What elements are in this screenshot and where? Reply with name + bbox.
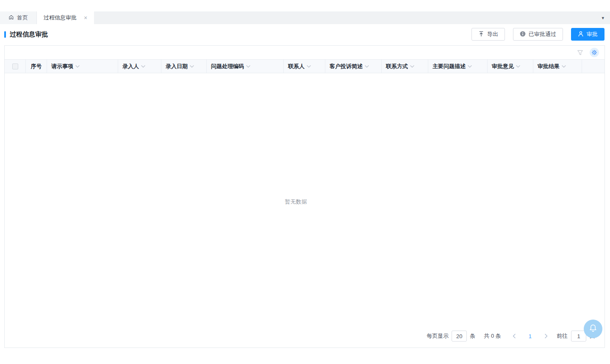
chevron-down-icon [246, 65, 250, 68]
column-label: 问题处理编码 [211, 63, 244, 70]
column-label: 录入日期 [166, 63, 188, 70]
column-label: 主要问题描述 [433, 63, 466, 70]
approved-passed-button[interactable]: 已审批通过 [513, 28, 563, 41]
home-icon [8, 14, 14, 21]
per-page-unit: 条 [470, 332, 475, 340]
chevron-down-icon [190, 65, 194, 68]
column-header-approval-result[interactable]: 审批结果 [533, 60, 582, 73]
column-label: 联系方式 [386, 63, 408, 70]
page-title: 过程信息审批 [4, 30, 48, 39]
next-page-icon[interactable] [544, 334, 548, 339]
column-header-contact[interactable]: 联系人 [284, 60, 325, 73]
settings-gear-icon[interactable] [590, 48, 599, 57]
table-body: 暂无数据 [5, 73, 604, 347]
table-toolbar [5, 46, 604, 59]
column-header-main-issue[interactable]: 主要问题描述 [428, 60, 488, 73]
column-label: 请示事项 [51, 63, 73, 70]
approve-label: 审批 [587, 30, 598, 38]
column-label: 审批意见 [492, 63, 514, 70]
column-header-entered-by[interactable]: 录入人 [118, 60, 161, 73]
column-label: 录入人 [122, 63, 139, 70]
chevron-down-icon [562, 65, 566, 68]
column-header-issue-code[interactable]: 问题处理编码 [207, 60, 284, 73]
column-header-entry-date[interactable]: 录入日期 [161, 60, 207, 73]
notification-bell-button[interactable] [584, 320, 602, 338]
page-title-text: 过程信息审批 [10, 30, 48, 39]
tab-home[interactable]: 首页 [0, 11, 37, 24]
column-label: 客户投诉简述 [330, 63, 363, 70]
page-number-1[interactable]: 1 [529, 333, 532, 339]
approve-button[interactable]: 审批 [571, 28, 604, 41]
tab-active-label: 过程信息审批 [44, 14, 77, 22]
tab-process-approval[interactable]: 过程信息审批 × [37, 11, 94, 24]
app-window: 首页 过程信息审批 × ▾ 过程信息审批 导出 [0, 0, 610, 364]
column-label: 联系人 [288, 63, 305, 70]
per-page-input[interactable] [452, 331, 467, 342]
column-header-approval-opinion[interactable]: 审批意见 [488, 60, 533, 73]
export-label: 导出 [487, 30, 498, 38]
prev-page-icon[interactable] [512, 334, 516, 339]
bell-icon [588, 323, 598, 335]
action-buttons: 导出 已审批通过 审批 [471, 28, 604, 41]
chevron-down-icon [365, 65, 369, 68]
close-icon[interactable]: × [84, 15, 87, 21]
chevron-down-icon [141, 65, 145, 68]
upload-icon [478, 31, 484, 38]
column-header-complaint-summary[interactable]: 客户投诉简述 [325, 60, 382, 73]
pagination: 每页显示 条 共 0 条 1 前往 页 [427, 330, 595, 342]
select-all-cell [5, 60, 26, 73]
per-page-label: 每页显示 [427, 332, 449, 340]
export-button[interactable]: 导出 [471, 28, 505, 41]
chevron-down-icon [516, 65, 520, 68]
title-accent-bar [4, 31, 6, 38]
chevron-down-icon [75, 65, 80, 68]
approved-passed-label: 已审批通过 [529, 30, 556, 38]
chevron-down-icon [468, 65, 472, 68]
tab-home-label: 首页 [17, 14, 28, 22]
tab-bar: 首页 过程信息审批 × ▾ [0, 11, 610, 24]
column-header-seq: 序号 [26, 60, 47, 73]
filter-icon[interactable] [577, 50, 583, 56]
person-icon [578, 31, 584, 38]
column-header-request-item[interactable]: 请示事项 [47, 60, 118, 73]
info-icon [520, 31, 526, 38]
column-header-filler [582, 60, 604, 73]
empty-state-text: 暂无数据 [5, 198, 587, 206]
column-label: 审批结果 [538, 63, 560, 70]
chevron-down-icon [307, 65, 311, 68]
goto-label: 前往 [557, 332, 568, 340]
select-all-checkbox[interactable] [12, 63, 18, 69]
chevron-down-icon [410, 65, 414, 68]
table-header-row: 序号 请示事项 录入人 录入日期 问题处理编码 联系人 [5, 59, 604, 73]
caret-down-icon[interactable]: ▾ [602, 15, 604, 21]
title-row: 过程信息审批 导出 [4, 28, 604, 41]
total-count: 共 0 条 [484, 332, 501, 340]
column-label: 序号 [31, 63, 42, 70]
column-header-contact-method[interactable]: 联系方式 [382, 60, 428, 73]
table-panel: 序号 请示事项 录入人 录入日期 问题处理编码 联系人 [4, 45, 605, 348]
